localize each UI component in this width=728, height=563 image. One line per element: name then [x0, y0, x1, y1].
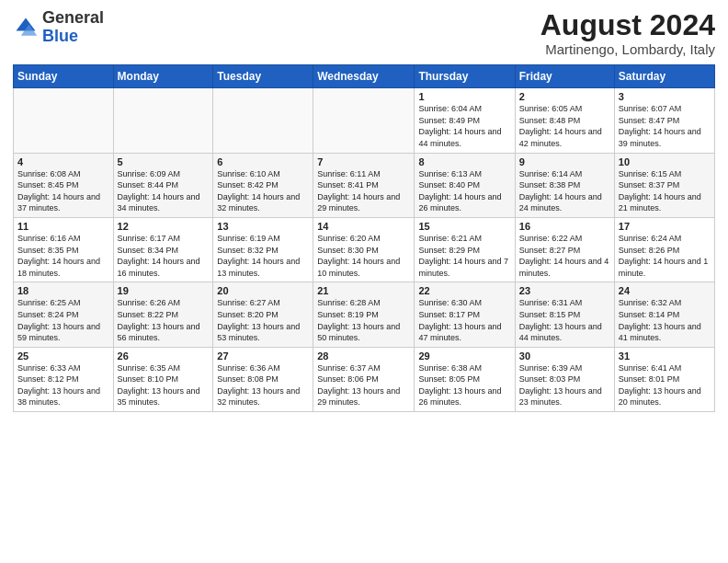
- day-number-1: 1: [418, 91, 510, 102]
- header-monday: Monday: [113, 65, 213, 88]
- day-number-29: 29: [418, 350, 510, 362]
- day-cell-w1-d1: [14, 88, 114, 153]
- day-info-21: Sunrise: 6:28 AM Sunset: 8:19 PM Dayligh…: [317, 297, 410, 343]
- day-cell-w2-d3: 6Sunrise: 6:10 AM Sunset: 8:42 PM Daylig…: [213, 153, 313, 217]
- header-tuesday: Tuesday: [213, 65, 313, 88]
- day-cell-w4-d1: 18Sunrise: 6:25 AM Sunset: 8:24 PM Dayli…: [14, 282, 114, 347]
- header-saturday: Saturday: [614, 65, 714, 88]
- day-cell-w5-d6: 30Sunrise: 6:39 AM Sunset: 8:03 PM Dayli…: [515, 347, 614, 411]
- day-cell-w5-d4: 28Sunrise: 6:37 AM Sunset: 8:06 PM Dayli…: [313, 347, 415, 411]
- day-info-3: Sunrise: 6:07 AM Sunset: 8:47 PM Dayligh…: [619, 103, 711, 149]
- logo-blue: Blue: [42, 27, 78, 45]
- day-cell-w4-d5: 22Sunrise: 6:30 AM Sunset: 8:17 PM Dayli…: [415, 282, 515, 347]
- day-number-6: 6: [217, 156, 309, 167]
- header-thursday: Thursday: [415, 65, 515, 88]
- page: General Blue August 2024 Martinengo, Lom…: [0, 0, 728, 563]
- header-friday: Friday: [515, 65, 614, 88]
- days-header-row: Sunday Monday Tuesday Wednesday Thursday…: [14, 65, 715, 88]
- day-number-11: 11: [17, 221, 109, 232]
- day-cell-w3-d2: 12Sunrise: 6:17 AM Sunset: 8:34 PM Dayli…: [113, 217, 213, 282]
- day-info-29: Sunrise: 6:38 AM Sunset: 8:05 PM Dayligh…: [418, 362, 510, 408]
- title-block: August 2024 Martinengo, Lombardy, Italy: [540, 9, 715, 57]
- day-cell-w2-d1: 4Sunrise: 6:08 AM Sunset: 8:45 PM Daylig…: [14, 153, 114, 217]
- day-number-14: 14: [317, 221, 410, 232]
- location: Martinengo, Lombardy, Italy: [540, 41, 715, 57]
- day-info-13: Sunrise: 6:19 AM Sunset: 8:32 PM Dayligh…: [217, 233, 309, 279]
- logo-icon: [13, 15, 39, 40]
- week-row-5: 25Sunrise: 6:33 AM Sunset: 8:12 PM Dayli…: [14, 347, 715, 411]
- day-info-12: Sunrise: 6:17 AM Sunset: 8:34 PM Dayligh…: [118, 233, 210, 279]
- day-cell-w5-d7: 31Sunrise: 6:41 AM Sunset: 8:01 PM Dayli…: [614, 347, 714, 411]
- day-info-16: Sunrise: 6:22 AM Sunset: 8:27 PM Dayligh…: [519, 233, 610, 279]
- day-info-20: Sunrise: 6:27 AM Sunset: 8:20 PM Dayligh…: [217, 297, 309, 343]
- day-number-7: 7: [317, 156, 410, 167]
- month-year: August 2024: [540, 9, 715, 41]
- day-info-2: Sunrise: 6:05 AM Sunset: 8:48 PM Dayligh…: [519, 103, 610, 149]
- day-cell-w2-d2: 5Sunrise: 6:09 AM Sunset: 8:44 PM Daylig…: [113, 153, 213, 217]
- day-info-18: Sunrise: 6:25 AM Sunset: 8:24 PM Dayligh…: [17, 297, 109, 343]
- day-cell-w2-d5: 8Sunrise: 6:13 AM Sunset: 8:40 PM Daylig…: [415, 153, 515, 217]
- day-cell-w2-d7: 10Sunrise: 6:15 AM Sunset: 8:37 PM Dayli…: [614, 153, 714, 217]
- day-info-17: Sunrise: 6:24 AM Sunset: 8:26 PM Dayligh…: [619, 233, 711, 279]
- day-number-13: 13: [217, 221, 309, 232]
- logo-text: General Blue: [42, 9, 104, 46]
- day-info-26: Sunrise: 6:35 AM Sunset: 8:10 PM Dayligh…: [118, 362, 210, 408]
- day-cell-w4-d6: 23Sunrise: 6:31 AM Sunset: 8:15 PM Dayli…: [515, 282, 614, 347]
- day-cell-w1-d3: [213, 88, 313, 153]
- day-cell-w4-d7: 24Sunrise: 6:32 AM Sunset: 8:14 PM Dayli…: [614, 282, 714, 347]
- day-number-3: 3: [619, 91, 711, 102]
- day-number-30: 30: [519, 350, 610, 362]
- day-number-21: 21: [317, 285, 410, 296]
- day-cell-w3-d3: 13Sunrise: 6:19 AM Sunset: 8:32 PM Dayli…: [213, 217, 313, 282]
- day-info-10: Sunrise: 6:15 AM Sunset: 8:37 PM Dayligh…: [619, 168, 711, 214]
- day-number-27: 27: [217, 350, 309, 362]
- day-info-28: Sunrise: 6:37 AM Sunset: 8:06 PM Dayligh…: [317, 362, 410, 408]
- week-row-3: 11Sunrise: 6:16 AM Sunset: 8:35 PM Dayli…: [14, 217, 715, 282]
- day-info-19: Sunrise: 6:26 AM Sunset: 8:22 PM Dayligh…: [118, 297, 210, 343]
- day-number-15: 15: [418, 221, 510, 232]
- day-number-28: 28: [317, 350, 410, 362]
- day-info-15: Sunrise: 6:21 AM Sunset: 8:29 PM Dayligh…: [418, 233, 510, 279]
- day-cell-w4-d4: 21Sunrise: 6:28 AM Sunset: 8:19 PM Dayli…: [313, 282, 415, 347]
- day-number-24: 24: [619, 285, 711, 296]
- day-number-26: 26: [118, 350, 210, 362]
- day-cell-w1-d2: [113, 88, 213, 153]
- day-info-31: Sunrise: 6:41 AM Sunset: 8:01 PM Dayligh…: [619, 362, 711, 408]
- day-cell-w3-d4: 14Sunrise: 6:20 AM Sunset: 8:30 PM Dayli…: [313, 217, 415, 282]
- day-cell-w3-d5: 15Sunrise: 6:21 AM Sunset: 8:29 PM Dayli…: [415, 217, 515, 282]
- day-number-10: 10: [619, 156, 711, 167]
- day-cell-w2-d4: 7Sunrise: 6:11 AM Sunset: 8:41 PM Daylig…: [313, 153, 415, 217]
- logo: General Blue: [13, 9, 104, 46]
- day-number-2: 2: [519, 91, 610, 102]
- day-info-24: Sunrise: 6:32 AM Sunset: 8:14 PM Dayligh…: [619, 297, 711, 343]
- day-cell-w1-d5: 1Sunrise: 6:04 AM Sunset: 8:49 PM Daylig…: [415, 88, 515, 153]
- day-info-5: Sunrise: 6:09 AM Sunset: 8:44 PM Dayligh…: [118, 168, 210, 214]
- header-sunday: Sunday: [14, 65, 114, 88]
- day-number-25: 25: [17, 350, 109, 362]
- day-cell-w4-d3: 20Sunrise: 6:27 AM Sunset: 8:20 PM Dayli…: [213, 282, 313, 347]
- day-cell-w5-d5: 29Sunrise: 6:38 AM Sunset: 8:05 PM Dayli…: [415, 347, 515, 411]
- day-info-25: Sunrise: 6:33 AM Sunset: 8:12 PM Dayligh…: [17, 362, 109, 408]
- header-wednesday: Wednesday: [313, 65, 415, 88]
- week-row-1: 1Sunrise: 6:04 AM Sunset: 8:49 PM Daylig…: [14, 88, 715, 153]
- day-info-23: Sunrise: 6:31 AM Sunset: 8:15 PM Dayligh…: [519, 297, 610, 343]
- day-info-30: Sunrise: 6:39 AM Sunset: 8:03 PM Dayligh…: [519, 362, 610, 408]
- day-cell-w2-d6: 9Sunrise: 6:14 AM Sunset: 8:38 PM Daylig…: [515, 153, 614, 217]
- day-cell-w1-d4: [313, 88, 415, 153]
- day-info-4: Sunrise: 6:08 AM Sunset: 8:45 PM Dayligh…: [17, 168, 109, 214]
- day-cell-w4-d2: 19Sunrise: 6:26 AM Sunset: 8:22 PM Dayli…: [113, 282, 213, 347]
- day-number-8: 8: [418, 156, 510, 167]
- day-number-22: 22: [418, 285, 510, 296]
- day-number-23: 23: [519, 285, 610, 296]
- day-info-9: Sunrise: 6:14 AM Sunset: 8:38 PM Dayligh…: [519, 168, 610, 214]
- day-info-11: Sunrise: 6:16 AM Sunset: 8:35 PM Dayligh…: [17, 233, 109, 279]
- day-cell-w5-d2: 26Sunrise: 6:35 AM Sunset: 8:10 PM Dayli…: [113, 347, 213, 411]
- day-info-14: Sunrise: 6:20 AM Sunset: 8:30 PM Dayligh…: [317, 233, 410, 279]
- day-number-18: 18: [17, 285, 109, 296]
- day-number-20: 20: [217, 285, 309, 296]
- week-row-2: 4Sunrise: 6:08 AM Sunset: 8:45 PM Daylig…: [14, 153, 715, 217]
- day-cell-w1-d7: 3Sunrise: 6:07 AM Sunset: 8:47 PM Daylig…: [614, 88, 714, 153]
- day-number-4: 4: [17, 156, 109, 167]
- header: General Blue August 2024 Martinengo, Lom…: [13, 9, 715, 57]
- logo-general: General: [42, 8, 104, 27]
